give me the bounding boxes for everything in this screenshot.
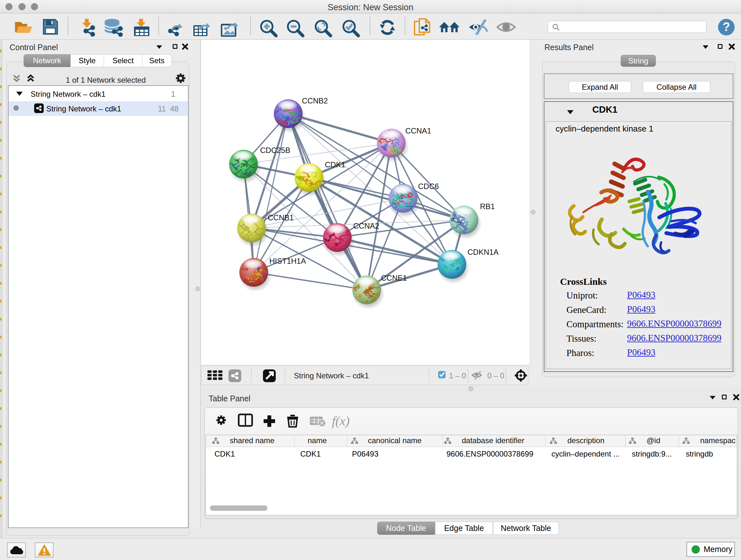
svg-text:CCNA1: CCNA1: [405, 126, 431, 135]
svg-text:CCNB1: CCNB1: [268, 213, 293, 222]
svg-text:CDC25B: CDC25B: [260, 146, 290, 154]
svg-text:CDC6: CDC6: [418, 182, 439, 191]
svg-text:CCNB2: CCNB2: [302, 97, 328, 105]
svg-text:RB1: RB1: [480, 202, 495, 211]
svg-text:HIST1H1A: HIST1H1A: [269, 257, 306, 265]
svg-text:CCNA2: CCNA2: [353, 222, 379, 230]
svg-text:CCNE1: CCNE1: [381, 273, 407, 282]
svg-text:CDKN1A: CDKN1A: [468, 248, 498, 256]
svg-text:CDK1: CDK1: [325, 160, 345, 169]
